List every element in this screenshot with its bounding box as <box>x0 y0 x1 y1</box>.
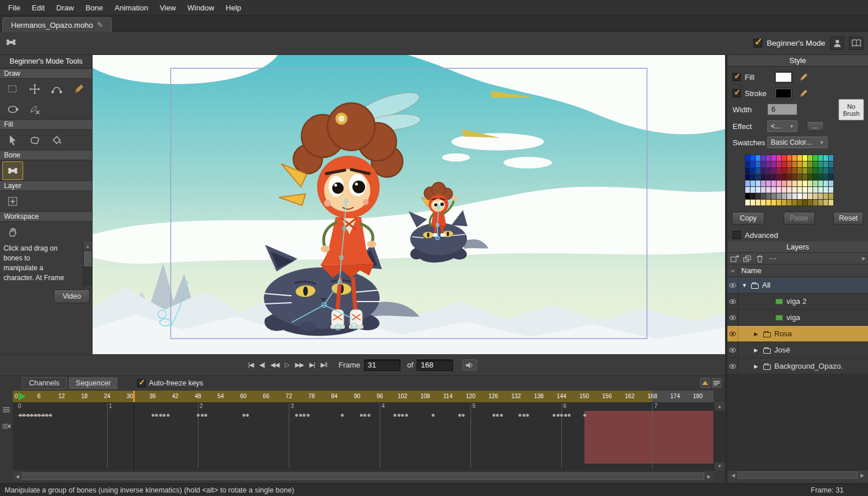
keyframe-dot[interactable] <box>360 414 363 417</box>
keyframe-dot[interactable] <box>163 414 165 417</box>
palette-swatch[interactable] <box>813 174 818 180</box>
palette-swatch[interactable] <box>813 200 818 205</box>
palette-swatch[interactable] <box>787 155 792 161</box>
paste-button[interactable]: Paste <box>784 212 815 225</box>
select-rectangle-tool[interactable] <box>2 80 24 98</box>
palette-swatch[interactable] <box>803 174 807 180</box>
keyframe-dot[interactable] <box>246 414 249 417</box>
palette-swatch[interactable] <box>761 168 766 174</box>
palette-swatch[interactable] <box>808 187 812 193</box>
palette-swatch[interactable] <box>829 168 833 174</box>
draw-shape-tool[interactable] <box>2 100 24 119</box>
duplicate-layer-icon[interactable] <box>742 254 752 263</box>
expand-triangle-icon[interactable]: ▶ <box>754 331 760 337</box>
timeline-options-icon[interactable] <box>712 378 722 388</box>
palette-swatch[interactable] <box>818 193 823 199</box>
palette-swatch[interactable] <box>771 168 776 174</box>
manipulate-bones-tool[interactable] <box>2 161 23 180</box>
copy-button[interactable]: Copy <box>732 212 764 225</box>
layer-row-rosa[interactable]: ▶Rosa <box>727 326 868 342</box>
palette-swatch[interactable] <box>823 161 828 167</box>
visibility-cell[interactable] <box>727 310 738 325</box>
tab-sequencer[interactable]: Sequencer <box>69 377 117 389</box>
palette-swatch[interactable] <box>803 161 807 167</box>
palette-swatch[interactable] <box>745 174 750 180</box>
visibility-cell[interactable] <box>727 293 738 309</box>
keyframe-dot[interactable] <box>500 414 503 417</box>
effect-dropdown[interactable]: <... ▼ <box>767 120 797 132</box>
menu-bone[interactable]: Bone <box>80 1 109 15</box>
delete-edge-tool[interactable] <box>24 100 46 119</box>
layer-channel-icon[interactable] <box>2 405 10 416</box>
palette-swatch[interactable] <box>797 174 802 180</box>
advanced-checkbox[interactable]: ✓ <box>733 231 741 239</box>
layer-row-all[interactable]: ▼All <box>727 277 868 293</box>
beginners-mode-checkbox[interactable]: ✓ <box>753 39 762 47</box>
palette-swatch[interactable] <box>782 168 786 174</box>
palette-swatch[interactable] <box>792 193 797 199</box>
palette-swatch[interactable] <box>808 168 812 174</box>
palette-swatch[interactable] <box>797 155 802 161</box>
palette-swatch[interactable] <box>777 181 781 186</box>
palette-swatch[interactable] <box>797 187 802 193</box>
palette-swatch[interactable] <box>813 187 818 193</box>
scroll-thumb[interactable] <box>22 472 704 480</box>
keyframe-dot[interactable] <box>27 414 30 417</box>
keyframe-dot[interactable] <box>341 414 344 417</box>
keyframe-dot[interactable] <box>523 414 525 417</box>
keyframe-dot[interactable] <box>201 414 204 417</box>
palette-swatch[interactable] <box>803 155 807 161</box>
palette-swatch[interactable] <box>813 155 818 161</box>
palette-swatch[interactable] <box>787 187 792 193</box>
palette-swatch[interactable] <box>818 200 823 205</box>
palette-swatch[interactable] <box>818 181 823 186</box>
palette-swatch[interactable] <box>751 161 755 167</box>
palette-swatch[interactable] <box>797 161 802 167</box>
document-tab[interactable]: Hermanos_Opazo.moho ✎ <box>2 17 112 32</box>
keyframe-dot[interactable] <box>492 414 495 417</box>
scroll-thumb[interactable] <box>84 251 91 266</box>
palette-swatch[interactable] <box>792 155 797 161</box>
keyframe-dot[interactable] <box>462 414 465 417</box>
palette-swatch[interactable] <box>808 161 812 167</box>
stroke-checkbox[interactable]: ✓ <box>733 89 741 97</box>
expand-triangle-icon[interactable]: ▶ <box>754 347 760 353</box>
palette-swatch[interactable] <box>803 168 807 174</box>
scroll-up-icon[interactable]: ▲ <box>714 402 725 412</box>
scroll-thumb[interactable] <box>738 471 858 479</box>
no-brush-button[interactable]: No Brush <box>838 99 864 120</box>
palette-swatch[interactable] <box>751 174 755 180</box>
palette-swatch[interactable] <box>756 200 760 205</box>
palette-swatch[interactable] <box>782 174 786 180</box>
palette-swatch[interactable] <box>823 200 828 205</box>
menu-help[interactable]: Help <box>220 1 247 15</box>
palette-swatch[interactable] <box>813 161 818 167</box>
layer-row-jos-[interactable]: ▶José <box>727 342 868 358</box>
palette-swatch[interactable] <box>751 187 755 193</box>
current-frame-marker[interactable] <box>133 391 135 402</box>
palette-swatch[interactable] <box>813 193 818 199</box>
palette-swatch[interactable] <box>751 181 755 186</box>
visibility-cell[interactable] <box>727 277 738 293</box>
palette-swatch[interactable] <box>797 200 802 205</box>
palette-swatch[interactable] <box>771 193 776 199</box>
palette-swatch[interactable] <box>761 155 766 161</box>
transform-layer-tool[interactable] <box>2 192 24 211</box>
more-options-icon[interactable]: ⋯ <box>768 254 778 263</box>
freehand-pen-tool[interactable] <box>68 80 90 98</box>
menu-window[interactable]: Window <box>182 1 220 15</box>
palette-swatch[interactable] <box>829 161 833 167</box>
palette-swatch[interactable] <box>766 155 771 161</box>
palette-swatch[interactable] <box>818 174 823 180</box>
palette-swatch[interactable] <box>766 187 771 193</box>
palette-swatch[interactable] <box>803 187 807 193</box>
keyframe-dot[interactable] <box>432 414 435 417</box>
keyframe-dot[interactable] <box>526 414 529 417</box>
keyframe-dot[interactable] <box>496 414 499 417</box>
palette-swatch[interactable] <box>777 155 781 161</box>
swatches-dropdown[interactable]: Basic Color... ▼ <box>767 137 827 148</box>
fill-color-swatch[interactable] <box>775 72 792 83</box>
visibility-cell[interactable] <box>727 326 738 341</box>
fill-checkbox[interactable]: ✓ <box>733 73 741 81</box>
select-shape-tool[interactable] <box>2 131 24 149</box>
